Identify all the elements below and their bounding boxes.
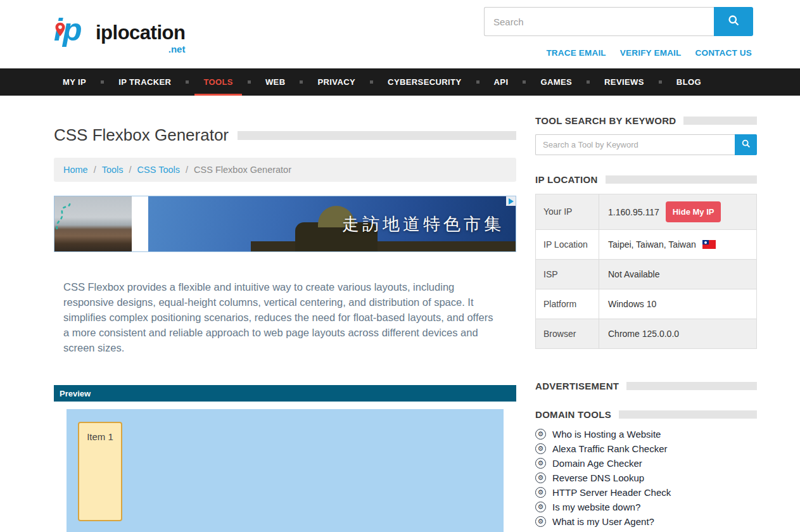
preview-header: Preview bbox=[54, 385, 516, 402]
table-row: Your IP 1.160.95.117 Hide My IP bbox=[536, 194, 756, 230]
ad-headline-text: 走訪地道特色市集 bbox=[342, 213, 504, 236]
logo-text: iplocation .net bbox=[96, 22, 185, 53]
tool-search bbox=[535, 134, 757, 155]
preview-body: Item 1 bbox=[54, 402, 516, 532]
domain-tool-link-user-agent[interactable]: What is my User Agent? bbox=[552, 516, 654, 527]
search-input[interactable] bbox=[484, 7, 714, 36]
nav-item-web[interactable]: WEB bbox=[257, 68, 295, 96]
breadcrumb-tools[interactable]: Tools bbox=[102, 165, 124, 175]
ad-banner[interactable]: 走訪地道特色市集 bbox=[54, 196, 516, 252]
logo[interactable]: ip iplocation .net bbox=[54, 6, 185, 53]
search-icon bbox=[727, 14, 740, 29]
gear-icon: ⚙ bbox=[535, 487, 546, 498]
advertisement-heading: ADVERTISEMENT bbox=[535, 381, 757, 391]
title-row: CSS Flexbox Generator bbox=[54, 125, 516, 145]
title-decoration-bar bbox=[238, 131, 516, 140]
nav-item-my-ip[interactable]: MY IP bbox=[54, 68, 95, 96]
breadcrumb-separator bbox=[129, 165, 132, 175]
tool-search-heading-text: TOOL SEARCH BY KEYWORD bbox=[535, 115, 676, 126]
content: CSS Flexbox Generator Home Tools CSS Too… bbox=[0, 96, 800, 532]
gear-icon: ⚙ bbox=[535, 516, 546, 527]
gear-icon: ⚙ bbox=[535, 458, 546, 469]
table-row: Platform Windows 10 bbox=[536, 289, 756, 319]
ip-location-table: Your IP 1.160.95.117 Hide My IP IP Locat… bbox=[535, 194, 757, 349]
nav-separator bbox=[101, 80, 104, 84]
domain-tools-list: ⚙ Who is Hosting a Website ⚙ Alexa Traff… bbox=[535, 429, 757, 527]
domain-tools-heading: DOMAIN TOOLS bbox=[535, 409, 757, 420]
contact-us-link[interactable]: CONTACT US bbox=[695, 48, 752, 58]
domain-tool-link-reverse-dns[interactable]: Reverse DNS Lookup bbox=[552, 472, 644, 483]
ad-thumbnail-image bbox=[54, 196, 132, 251]
ad-main-image: 走訪地道特色市集 bbox=[148, 196, 516, 251]
breadcrumb: Home Tools CSS Tools CSS Flexbox Generat… bbox=[54, 158, 516, 182]
nav-separator bbox=[186, 80, 189, 84]
search-button[interactable] bbox=[714, 7, 753, 36]
row-value: Chrome 125.0.0.0 bbox=[599, 319, 756, 348]
domain-tool-link-hosting[interactable]: Who is Hosting a Website bbox=[552, 429, 661, 440]
breadcrumb-home[interactable]: Home bbox=[63, 165, 88, 175]
platform-value: Windows 10 bbox=[608, 299, 656, 309]
domain-tool-link-http-header[interactable]: HTTP Server Header Check bbox=[552, 487, 671, 498]
nav-separator bbox=[248, 80, 251, 84]
ad-squiggle-decoration bbox=[54, 200, 80, 232]
breadcrumb-separator bbox=[94, 165, 96, 175]
flex-preview-container: Item 1 bbox=[67, 409, 504, 532]
ip-address-value: 1.160.95.117 bbox=[608, 207, 659, 217]
nav-item-api[interactable]: API bbox=[485, 68, 517, 96]
table-row: Browser Chrome 125.0.0.0 bbox=[536, 319, 756, 348]
nav-item-ip-tracker[interactable]: IP TRACKER bbox=[110, 68, 180, 96]
page-title: CSS Flexbox Generator bbox=[54, 125, 229, 145]
site-header: ip iplocation .net TRACE EMAIL VERIFY EM… bbox=[0, 0, 800, 68]
list-item: ⚙ HTTP Server Header Check bbox=[535, 487, 757, 498]
hide-my-ip-button[interactable]: Hide My IP bbox=[666, 201, 721, 222]
logo-name: iplocation bbox=[96, 22, 185, 44]
table-row: ISP Not Available bbox=[536, 260, 756, 289]
verify-email-link[interactable]: VERIFY EMAIL bbox=[620, 48, 682, 58]
sidebar: TOOL SEARCH BY KEYWORD IP LOCATION Your … bbox=[535, 115, 757, 532]
row-label: Your IP bbox=[536, 194, 599, 229]
breadcrumb-css-tools[interactable]: CSS Tools bbox=[137, 165, 180, 175]
tool-search-button[interactable] bbox=[735, 134, 757, 155]
list-item: ⚙ Reverse DNS Lookup bbox=[535, 472, 757, 483]
domain-tool-link-website-down[interactable]: Is my website down? bbox=[552, 502, 640, 512]
list-item: ⚙ Is my website down? bbox=[535, 502, 757, 512]
nav-item-tools[interactable]: TOOLS bbox=[194, 68, 242, 96]
nav-item-reviews[interactable]: REVIEWS bbox=[595, 68, 653, 96]
domain-tool-link-alexa-rank[interactable]: Alexa Traffic Rank Checker bbox=[552, 443, 667, 454]
nav-item-privacy[interactable]: PRIVACY bbox=[308, 68, 364, 96]
nav-item-games[interactable]: GAMES bbox=[531, 68, 581, 96]
row-label: Browser bbox=[536, 319, 599, 348]
row-label: Platform bbox=[536, 289, 599, 319]
row-value: 1.160.95.117 Hide My IP bbox=[599, 194, 756, 229]
domain-tool-link-domain-age[interactable]: Domain Age Checker bbox=[552, 458, 642, 469]
gear-icon: ⚙ bbox=[535, 429, 546, 440]
main-column: CSS Flexbox Generator Home Tools CSS Too… bbox=[54, 115, 516, 532]
page-description: CSS Flexbox provides a flexible and intu… bbox=[54, 279, 510, 355]
logo-mark: ip bbox=[54, 6, 96, 53]
ip-location-heading: IP LOCATION bbox=[535, 174, 757, 185]
heading-decoration-bar bbox=[683, 117, 757, 125]
row-label: IP Location bbox=[536, 230, 599, 259]
tool-search-input[interactable] bbox=[535, 134, 735, 155]
nav-item-blog[interactable]: BLOG bbox=[668, 68, 710, 96]
search-icon bbox=[741, 139, 751, 151]
nav-item-cybersecurity[interactable]: CYBERSECURITY bbox=[379, 68, 470, 96]
heading-decoration-bar bbox=[606, 175, 757, 184]
preview-box: Preview Item 1 bbox=[54, 385, 516, 532]
gear-icon: ⚙ bbox=[535, 443, 546, 454]
row-value: Not Available bbox=[599, 260, 756, 289]
location-pin-icon bbox=[54, 4, 67, 51]
row-label: ISP bbox=[536, 260, 599, 289]
list-item: ⚙ Who is Hosting a Website bbox=[535, 429, 757, 440]
nav-separator bbox=[476, 80, 479, 84]
ip-location-value: Taipei, Taiwan, Taiwan bbox=[608, 239, 696, 250]
nav-separator bbox=[659, 80, 662, 84]
nav-separator bbox=[370, 80, 373, 84]
gear-icon: ⚙ bbox=[535, 502, 546, 512]
browser-value: Chrome 125.0.0.0 bbox=[608, 329, 679, 339]
trace-email-link[interactable]: TRACE EMAIL bbox=[546, 48, 606, 58]
nav-separator bbox=[300, 80, 303, 84]
main-nav: MY IP IP TRACKER TOOLS WEB PRIVACY CYBER… bbox=[0, 68, 800, 96]
list-item: ⚙ What is my User Agent? bbox=[535, 516, 757, 527]
adchoices-icon[interactable] bbox=[506, 196, 516, 206]
